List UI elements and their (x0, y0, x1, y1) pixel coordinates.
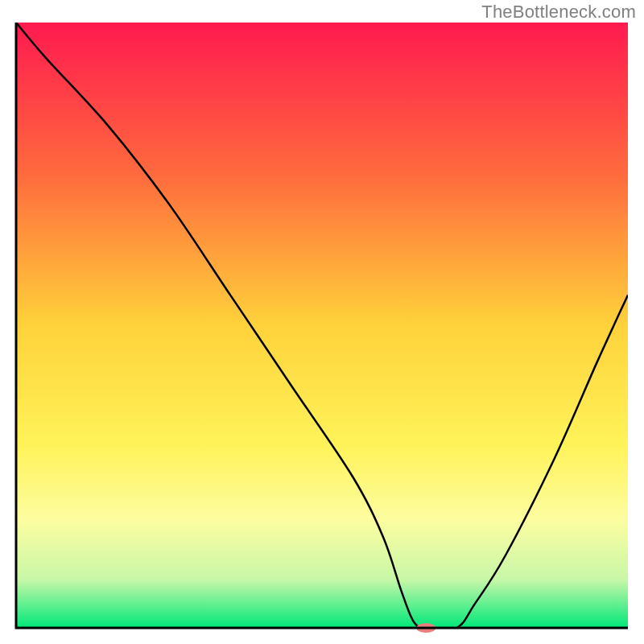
chart-canvas (0, 0, 644, 644)
bottleneck-chart: TheBottleneck.com (0, 0, 644, 644)
gradient-background (16, 23, 628, 628)
